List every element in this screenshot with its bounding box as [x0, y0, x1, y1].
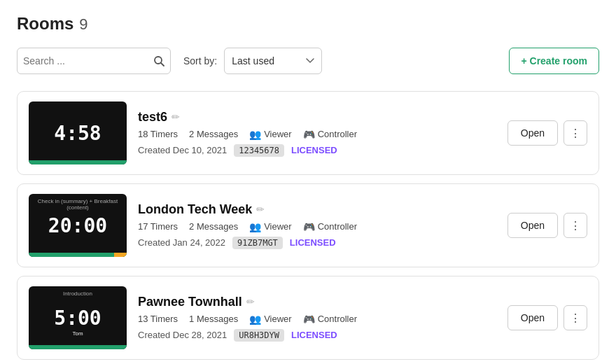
meta-text: 18 Timers — [138, 129, 178, 139]
create-room-button[interactable]: + Create room — [509, 48, 599, 74]
room-name: London Tech Week — [138, 202, 252, 217]
room-name: test6 — [138, 110, 167, 125]
meta-text: Controller — [318, 129, 357, 139]
viewer-icon: 👥 — [249, 221, 261, 232]
room-actions: Open⋮ — [507, 213, 587, 238]
meta-item: 13 Timers — [138, 314, 178, 324]
thumbnail-bar — [29, 160, 127, 164]
room-name: Pawnee Townhall — [138, 295, 242, 309]
room-list: 4:58test6✏18 Timers2 Messages👥Viewer🎮Con… — [17, 91, 599, 360]
room-details: Created Jan 24, 202291ZB7MGTLICENSED — [138, 237, 496, 249]
thumbnail-label: Check in (summary) + Breakfast (content) — [29, 198, 127, 211]
meta-item: 👥Viewer — [249, 221, 292, 232]
meta-text: 2 Messages — [189, 221, 238, 232]
room-info: London Tech Week✏17 Timers2 Messages👥Vie… — [138, 202, 496, 249]
meta-item: 🎮Controller — [303, 221, 357, 232]
meta-text: Viewer — [264, 129, 292, 139]
room-name-row: test6✏ — [138, 110, 496, 125]
search-button[interactable] — [153, 55, 164, 66]
thumbnail-bar — [29, 345, 127, 349]
meta-text: Controller — [318, 221, 357, 232]
more-button[interactable]: ⋮ — [564, 213, 587, 238]
viewer-icon: 👥 — [249, 129, 261, 140]
thumbnail-timer: 20:00 — [48, 214, 107, 237]
meta-text: 2 Messages — [189, 129, 238, 139]
controller-icon: 🎮 — [303, 129, 315, 140]
room-actions: Open⋮ — [507, 120, 587, 146]
room-info: test6✏18 Timers2 Messages👥Viewer🎮Control… — [138, 110, 496, 157]
more-button[interactable]: ⋮ — [564, 305, 587, 330]
meta-item: 2 Messages — [189, 129, 238, 139]
room-thumbnail: Introduction5:00Tom — [29, 286, 127, 349]
thumbnail-bar — [29, 253, 127, 257]
thumbnail-timer: 5:00 — [54, 307, 101, 330]
controller-icon: 🎮 — [303, 314, 315, 325]
room-code: UR8H3DYW — [234, 329, 284, 342]
meta-text: Viewer — [264, 314, 292, 324]
meta-item: 1 Messages — [189, 314, 238, 324]
open-button[interactable]: Open — [507, 120, 558, 146]
room-meta: 17 Timers2 Messages👥Viewer🎮Controller — [138, 221, 496, 232]
meta-item: 17 Timers — [138, 221, 178, 232]
licensed-badge: LICENSED — [291, 145, 337, 155]
page-title: Rooms — [17, 14, 74, 34]
room-created: Created Dec 10, 2021 — [138, 145, 227, 155]
room-details: Created Dec 28, 2021UR8H3DYWLICENSED — [138, 329, 496, 342]
meta-text: 13 Timers — [138, 314, 178, 324]
room-code: 91ZB7MGT — [232, 237, 283, 249]
room-meta: 18 Timers2 Messages👥Viewer🎮Controller — [138, 129, 496, 140]
search-wrapper — [17, 48, 171, 74]
licensed-badge: LICENSED — [291, 330, 337, 340]
room-name-row: Pawnee Townhall✏ — [138, 295, 496, 309]
search-icon — [153, 55, 164, 66]
room-created: Created Dec 28, 2021 — [138, 330, 227, 340]
room-card: Introduction5:00TomPawnee Townhall✏13 Ti… — [17, 276, 599, 360]
sort-label: Sort by: — [183, 55, 217, 66]
room-name-row: London Tech Week✏ — [138, 202, 496, 217]
toolbar: Sort by: Last used Name Created + Create… — [17, 48, 599, 74]
room-info: Pawnee Townhall✏13 Timers1 Messages👥View… — [138, 295, 496, 342]
meta-item: 18 Timers — [138, 129, 178, 139]
room-details: Created Dec 10, 202112345678LICENSED — [138, 144, 496, 157]
meta-text: 17 Timers — [138, 221, 178, 232]
room-code: 12345678 — [234, 144, 284, 157]
page-header: Rooms 9 — [17, 14, 599, 34]
meta-item: 👥Viewer — [249, 314, 292, 325]
room-actions: Open⋮ — [507, 305, 587, 330]
room-meta: 13 Timers1 Messages👥Viewer🎮Controller — [138, 314, 496, 325]
search-input[interactable] — [23, 55, 153, 66]
room-created: Created Jan 24, 2022 — [138, 237, 225, 248]
room-thumbnail: 4:58 — [29, 102, 127, 164]
meta-text: 1 Messages — [189, 314, 238, 324]
edit-icon[interactable]: ✏ — [246, 296, 255, 307]
edit-icon[interactable]: ✏ — [256, 204, 265, 215]
meta-text: Controller — [318, 314, 357, 324]
open-button[interactable]: Open — [507, 213, 558, 238]
room-card: Check in (summary) + Breakfast (content)… — [17, 183, 599, 267]
thumbnail-sublabel: Tom — [72, 330, 83, 337]
thumbnail-label: Introduction — [29, 290, 127, 297]
meta-item: 🎮Controller — [303, 129, 357, 140]
licensed-badge: LICENSED — [290, 237, 336, 248]
open-button[interactable]: Open — [507, 305, 558, 330]
meta-text: Viewer — [264, 221, 292, 232]
controller-icon: 🎮 — [303, 221, 315, 232]
thumbnail-timer: 4:58 — [54, 122, 101, 145]
room-card: 4:58test6✏18 Timers2 Messages👥Viewer🎮Con… — [17, 91, 599, 175]
sort-select[interactable]: Last used Name Created — [224, 48, 322, 74]
more-button[interactable]: ⋮ — [564, 120, 587, 146]
viewer-icon: 👥 — [249, 314, 261, 325]
thumbnail-accent-bar — [114, 253, 127, 257]
meta-item: 🎮Controller — [303, 314, 357, 325]
meta-item: 2 Messages — [189, 221, 238, 232]
edit-icon[interactable]: ✏ — [172, 111, 180, 122]
room-count: 9 — [79, 15, 88, 34]
meta-item: 👥Viewer — [249, 129, 292, 140]
room-thumbnail: Check in (summary) + Breakfast (content)… — [29, 194, 127, 257]
svg-line-1 — [161, 63, 164, 66]
